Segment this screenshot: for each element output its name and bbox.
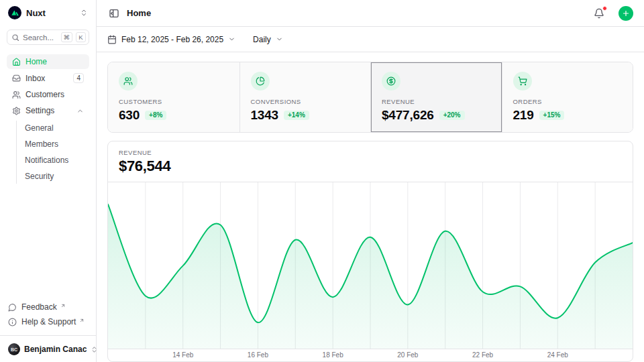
stat-card-orders[interactable]: ORDERS 219 +15% xyxy=(502,62,633,132)
date-range-picker[interactable]: Feb 12, 2025 - Feb 26, 2025 xyxy=(107,35,235,44)
stat-label: REVENUE xyxy=(382,98,491,105)
gear-icon xyxy=(12,107,21,115)
sidebar-item-security[interactable]: Security xyxy=(22,169,89,184)
workspace-name: Nuxt xyxy=(26,8,75,18)
side-link-label: Help & Support xyxy=(21,317,76,326)
dashboard-app: Nuxt Search... ⌘ K Home xyxy=(0,0,644,362)
page-header: Home xyxy=(97,0,644,27)
chevron-down-icon xyxy=(228,36,235,43)
help-support-link[interactable]: Help & Support xyxy=(7,315,89,328)
settings-subnav: General Members Notifications Security xyxy=(16,121,89,184)
sidebar-footer: Feedback Help & Support BC Benjamin Cana… xyxy=(7,300,89,357)
x-tick-label: 14 Feb xyxy=(172,351,193,359)
inbox-count-badge: 4 xyxy=(73,73,84,83)
period-select[interactable]: Daily xyxy=(253,35,283,44)
sidebar-item-label: Home xyxy=(25,57,84,66)
stat-delta-badge: +15% xyxy=(539,111,565,120)
add-button[interactable] xyxy=(619,6,633,21)
stat-delta-badge: +20% xyxy=(439,111,465,120)
chevron-up-icon xyxy=(76,107,84,115)
page-title: Home xyxy=(127,8,586,18)
inbox-icon xyxy=(12,74,21,82)
workspace-switcher[interactable]: Nuxt xyxy=(7,6,89,19)
sidebar-item-settings[interactable]: Settings xyxy=(7,103,89,118)
chart-header: REVENUE $76,544 xyxy=(108,141,633,182)
chart-value: $76,544 xyxy=(119,158,622,175)
chart-x-axis: 14 Feb16 Feb18 Feb20 Feb22 Feb24 Feb xyxy=(108,349,633,361)
message-circle-icon xyxy=(8,303,17,312)
home-icon xyxy=(12,58,21,66)
chevrons-up-down-icon xyxy=(80,9,88,17)
plus-icon xyxy=(622,9,630,17)
date-range-value: Feb 12, 2025 - Feb 26, 2025 xyxy=(121,35,223,44)
stat-label: ORDERS xyxy=(513,98,623,105)
side-link-label: Feedback xyxy=(21,302,57,312)
stat-delta-badge: +14% xyxy=(284,111,309,120)
stat-delta-badge: +8% xyxy=(145,111,166,120)
external-link-icon xyxy=(79,316,85,325)
stat-value: 1343 xyxy=(251,108,278,123)
stats-grid: CUSTOMERS 630 +8% CONVERSIONS 1343 +14% xyxy=(107,62,633,133)
chevron-down-icon xyxy=(276,36,283,43)
sidebar-item-label: Customers xyxy=(25,90,84,99)
x-tick-label: 18 Feb xyxy=(323,351,343,359)
x-tick-label: 22 Feb xyxy=(472,351,493,359)
user-menu[interactable]: BC Benjamin Canac xyxy=(7,337,89,357)
nuxt-logo-icon xyxy=(8,6,21,19)
search-placeholder: Search... xyxy=(23,34,58,42)
filters-toolbar: Feb 12, 2025 - Feb 26, 2025 Daily xyxy=(97,27,644,52)
kbd-cmd: ⌘ xyxy=(61,32,73,42)
chart-pie-icon xyxy=(251,72,270,90)
stat-value: 219 xyxy=(513,108,534,123)
sidebar-item-label: Inbox xyxy=(25,74,68,83)
search-input[interactable]: Search... ⌘ K xyxy=(7,29,89,45)
revenue-area-chart[interactable] xyxy=(108,182,633,349)
sidebar-item-customers[interactable]: Customers xyxy=(7,87,89,102)
revenue-chart-card: REVENUE $76,544 xyxy=(107,141,633,362)
user-name: Benjamin Canac xyxy=(24,345,87,354)
sidebar-item-general[interactable]: General xyxy=(22,121,89,135)
users-icon xyxy=(119,72,138,90)
sidebar-item-notifications[interactable]: Notifications xyxy=(22,153,89,168)
sidebar-item-members[interactable]: Members xyxy=(22,137,89,152)
info-circle-icon xyxy=(8,318,17,326)
sidebar-nav: Home Inbox 4 Customers Settings xyxy=(7,54,89,185)
calendar-icon xyxy=(107,35,117,44)
cart-icon xyxy=(513,72,532,90)
divider xyxy=(0,335,96,336)
users-icon xyxy=(12,90,21,99)
feedback-link[interactable]: Feedback xyxy=(7,300,89,314)
avatar: BC xyxy=(8,343,20,355)
stat-value: 630 xyxy=(119,108,140,123)
stat-value: $477,626 xyxy=(382,108,434,123)
stat-card-revenue[interactable]: REVENUE $477,626 +20% xyxy=(370,62,502,132)
notifications-button[interactable] xyxy=(592,7,606,20)
external-link-icon xyxy=(60,301,66,310)
sidebar-item-home[interactable]: Home xyxy=(7,54,89,69)
x-tick-label: 24 Feb xyxy=(547,351,568,359)
collapse-sidebar-button[interactable] xyxy=(107,7,121,20)
stat-label: CUSTOMERS xyxy=(119,98,229,105)
period-value: Daily xyxy=(253,35,271,44)
x-tick-label: 16 Feb xyxy=(248,351,268,359)
dollar-sign-icon xyxy=(382,72,400,90)
kbd-k: K xyxy=(76,32,86,42)
sidebar-item-label: Settings xyxy=(25,106,72,115)
chart-canvas xyxy=(108,182,633,349)
stat-card-conversions[interactable]: CONVERSIONS 1343 +14% xyxy=(239,62,371,132)
chart-label: REVENUE xyxy=(119,149,622,156)
content-area: CUSTOMERS 630 +8% CONVERSIONS 1343 +14% xyxy=(97,52,644,362)
sidebar: Nuxt Search... ⌘ K Home xyxy=(0,0,97,362)
main-panel: Home Feb 12, 2025 - Feb 26, 2025 Daily xyxy=(97,0,644,362)
stat-card-customers[interactable]: CUSTOMERS 630 +8% xyxy=(108,62,239,132)
notification-dot xyxy=(602,6,607,11)
stat-label: CONVERSIONS xyxy=(251,98,360,105)
x-tick-label: 20 Feb xyxy=(397,351,418,359)
search-icon xyxy=(11,34,19,42)
sidebar-item-inbox[interactable]: Inbox 4 xyxy=(7,70,89,86)
